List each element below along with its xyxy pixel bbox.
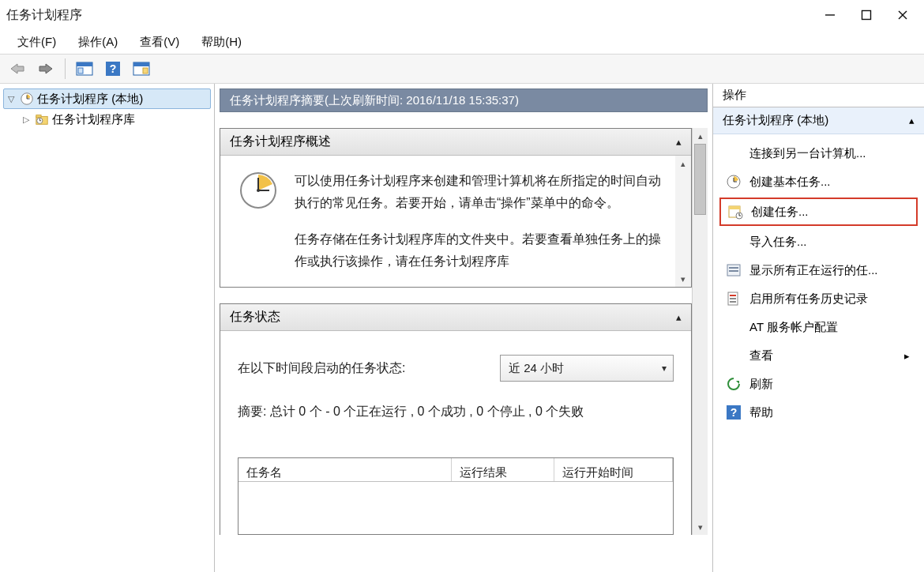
actions-context-header[interactable]: 任务计划程序 (本地) ▴ <box>713 107 924 134</box>
actions-context-label: 任务计划程序 (本地) <box>723 113 828 128</box>
svg-rect-18 <box>36 115 41 118</box>
scrollbar-thumb[interactable] <box>694 144 706 215</box>
svg-rect-7 <box>77 62 92 66</box>
action-label: 创建任务... <box>751 205 809 220</box>
tree-root-task-scheduler-local[interactable]: ▽ 任务计划程序 (本地) <box>3 88 211 109</box>
collapse-up-icon[interactable]: ▴ <box>909 115 915 126</box>
tree-library-label: 任务计划程序库 <box>52 112 135 127</box>
clock-icon <box>20 92 34 106</box>
svg-rect-12 <box>133 62 149 66</box>
toolbar: ? <box>0 54 924 84</box>
table-header-row: 任务名 运行结果 运行开始时间 <box>239 458 673 482</box>
workspace: ▽ 任务计划程序 (本地) ▷ 任务计划程序库 任务计划程序摘要(上次刷新时间:… <box>0 84 924 572</box>
svg-marker-5 <box>39 64 52 73</box>
action-label: 导入任务... <box>749 235 807 250</box>
nav-forward-button[interactable] <box>33 58 58 80</box>
svg-rect-38 <box>730 295 736 296</box>
overview-title: 任务计划程序概述 <box>230 134 331 150</box>
svg-marker-41 <box>736 381 739 384</box>
overview-paragraph-1: 可以使用任务计划程序来创建和管理计算机将在所指定的时间自动执行的常见任务。若要开… <box>295 170 666 214</box>
actions-pane: 操作 任务计划程序 (本地) ▴ 连接到另一台计算机... 创建基本任务... … <box>712 84 924 572</box>
action-create-basic-task[interactable]: 创建基本任务... <box>719 167 918 196</box>
svg-rect-36 <box>729 270 738 272</box>
menu-view[interactable]: 查看(V) <box>129 32 190 53</box>
col-run-result[interactable]: 运行结果 <box>452 458 554 481</box>
history-icon <box>726 291 742 307</box>
dropdown-icon: ▾ <box>662 357 667 379</box>
time-range-value: 近 24 小时 <box>509 357 564 379</box>
maximize-button[interactable] <box>848 2 885 28</box>
summary-header: 任务计划程序摘要(上次刷新时间: 2016/11/18 15:35:37) <box>220 88 708 112</box>
action-label: 帮助 <box>749 405 773 420</box>
menu-action[interactable]: 操作(A) <box>67 32 129 53</box>
scroll-up-icon[interactable]: ▴ <box>693 128 708 144</box>
svg-text:?: ? <box>110 62 117 75</box>
status-title: 任务状态 <box>230 309 280 326</box>
tree-expand-icon[interactable]: ▷ <box>21 115 32 125</box>
overview-panel-header[interactable]: 任务计划程序概述 ▴ <box>220 129 691 156</box>
tree-pane: ▽ 任务计划程序 (本地) ▷ 任务计划程序库 <box>0 84 215 572</box>
collapse-up-icon[interactable]: ▴ <box>676 136 682 148</box>
scroll-up-icon[interactable]: ▴ <box>675 156 691 171</box>
create-task-icon <box>727 204 743 220</box>
overview-body: 可以使用任务计划程序来创建和管理计算机将在所指定的时间自动执行的常见任务。若要开… <box>220 156 691 287</box>
action-help[interactable]: ? 帮助 <box>719 398 918 427</box>
status-body: 在以下时间段启动的任务状态: 近 24 小时 ▾ 摘要: 总计 0 个 - 0 … <box>220 331 691 535</box>
action-view-submenu[interactable]: 查看 ▸ <box>719 341 918 370</box>
summary-header-label: 任务计划程序摘要(上次刷新时间: 2016/11/18 15:35:37) <box>230 93 519 108</box>
svg-rect-40 <box>730 301 736 303</box>
svg-rect-39 <box>730 298 736 299</box>
clock-large-icon <box>238 170 279 211</box>
svg-point-25 <box>257 189 260 192</box>
show-hide-action-pane-button[interactable] <box>129 58 154 80</box>
collapse-up-icon[interactable]: ▴ <box>676 311 682 323</box>
center-inner: 任务计划程序摘要(上次刷新时间: 2016/11/18 15:35:37) 任务… <box>220 88 708 572</box>
status-range-label: 在以下时间段启动的任务状态: <box>238 357 405 379</box>
scroll-down-icon[interactable]: ▾ <box>693 519 708 535</box>
col-run-start[interactable]: 运行开始时间 <box>554 458 673 481</box>
status-summary-line: 摘要: 总计 0 个 - 0 个正在运行 , 0 个成功 , 0 个停止 , 0… <box>238 401 674 423</box>
scroll-down-icon[interactable]: ▾ <box>675 271 691 287</box>
tree-root-label: 任务计划程序 (本地) <box>37 92 143 107</box>
svg-rect-30 <box>729 206 740 209</box>
window-title: 任务计划程序 <box>6 7 82 24</box>
tree-collapse-icon[interactable]: ▽ <box>6 94 17 104</box>
close-button[interactable] <box>885 2 921 28</box>
overview-panel: 任务计划程序概述 ▴ <box>220 128 692 288</box>
tree-node-library[interactable]: ▷ 任务计划程序库 <box>3 109 211 130</box>
action-show-running[interactable]: 显示所有正在运行的任... <box>719 256 918 284</box>
action-at-account[interactable]: AT 服务帐户配置 <box>719 313 918 341</box>
action-label: AT 服务帐户配置 <box>749 320 838 335</box>
action-refresh[interactable]: 刷新 <box>719 370 918 398</box>
svg-rect-8 <box>78 68 83 73</box>
menu-help[interactable]: 帮助(H) <box>190 32 253 53</box>
minimize-button[interactable] <box>812 2 848 28</box>
toolbar-separator <box>65 58 66 79</box>
action-create-task[interactable]: 创建任务... <box>719 198 918 226</box>
titlebar: 任务计划程序 <box>0 0 924 30</box>
refresh-icon <box>726 376 742 392</box>
overview-paragraph-2: 任务存储在任务计划程序库的文件夹中。若要查看单独任务上的操作或执行该操作，请在任… <box>295 228 666 273</box>
help-toolbar-button[interactable]: ? <box>100 58 126 80</box>
clock-small-icon <box>726 174 742 190</box>
submenu-arrow-icon: ▸ <box>904 350 910 362</box>
nav-back-button[interactable] <box>5 58 30 80</box>
col-task-name[interactable]: 任务名 <box>239 458 452 481</box>
svg-rect-1 <box>862 11 871 20</box>
action-label: 查看 <box>749 348 773 363</box>
action-connect-computer[interactable]: 连接到另一台计算机... <box>719 139 918 167</box>
running-tasks-icon <box>726 262 742 278</box>
center-scrollbar[interactable]: ▴ ▾ <box>692 128 708 535</box>
overview-scrollbar[interactable]: ▴ ▾ <box>675 156 691 287</box>
menu-file[interactable]: 文件(F) <box>6 32 67 53</box>
status-panel-header[interactable]: 任务状态 ▴ <box>220 304 691 331</box>
show-hide-tree-button[interactable] <box>72 58 97 80</box>
action-import-task[interactable]: 导入任务... <box>719 228 918 256</box>
time-range-select[interactable]: 近 24 小时 ▾ <box>500 355 674 382</box>
center-pane: 任务计划程序摘要(上次刷新时间: 2016/11/18 15:35:37) 任务… <box>215 84 712 572</box>
actions-pane-title-label: 操作 <box>723 88 746 103</box>
action-enable-history[interactable]: 启用所有任务历史记录 <box>719 284 918 313</box>
svg-rect-13 <box>143 68 148 73</box>
help-icon: ? <box>726 405 742 420</box>
svg-text:?: ? <box>731 406 738 419</box>
